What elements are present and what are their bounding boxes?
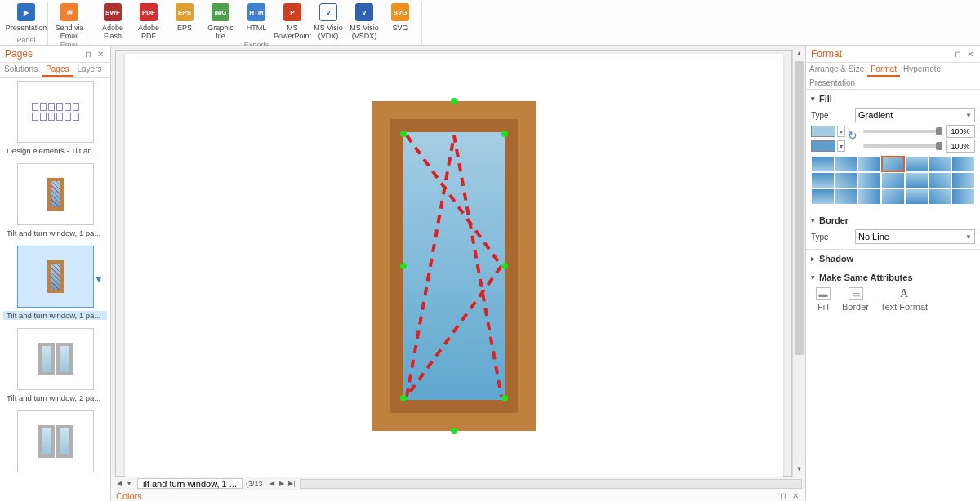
gradient-preset[interactable] [951,188,975,205]
pages-tab-pages[interactable]: Pages [42,63,73,77]
pages-tab-solutions[interactable]: Solutions [0,63,42,77]
opacity-value-2[interactable]: 100% [946,140,975,153]
pin-icon[interactable]: ⊓ [953,49,963,59]
selection-handle[interactable] [400,395,407,401]
swap-colors-icon[interactable]: ↻ [845,128,860,143]
same-attrs-header[interactable]: ▾Make Same Attributes [811,271,975,284]
canvas-page[interactable] [125,54,783,477]
tab-next-button[interactable]: ▶ [277,479,287,489]
format-tab-format[interactable]: Format [867,63,900,77]
gradient-preset[interactable] [905,156,929,172]
presentation-button[interactable]: ▶Presentation [8,2,44,33]
pages-tab-layers[interactable]: Layers [74,63,106,77]
tab-scroll-right-button[interactable]: ▶| [287,479,296,489]
tab-scroll-left-button[interactable]: ◀ [114,479,124,489]
gradient-preset[interactable] [881,172,905,188]
format-tab-presentation[interactable]: Presentation [806,77,858,89]
gradient-preset[interactable] [835,172,858,188]
gradient-preset[interactable] [858,172,881,188]
border-type-row: Type No Line▼ [811,229,975,244]
gradient-preset[interactable] [905,188,929,205]
pdf-button[interactable]: PDFAdobe PDF [131,2,167,41]
horizontal-scrollbar[interactable] [300,479,802,489]
scrollbar-thumb[interactable] [795,61,804,355]
selection-handle[interactable] [400,131,407,137]
gradient-preset[interactable] [881,156,905,172]
scroll-down-button[interactable]: ▼ [793,465,805,477]
slider-thumb[interactable] [936,142,942,150]
selection-handle[interactable] [451,98,457,104]
ppt-button[interactable]: PMS PowerPoint [274,2,310,41]
vsdx-button[interactable]: VMS Visio (VSDX) [346,2,382,41]
close-icon[interactable]: ✕ [791,491,800,501]
gradient-preset[interactable] [929,188,952,205]
vertical-scrollbar[interactable]: ▲ ▼ [792,50,805,477]
selection-handle[interactable] [400,263,407,269]
format-tab-arrange-size[interactable]: Arrange & Size [806,63,867,77]
eps-button[interactable]: EPSEPS [167,2,203,41]
window-shape[interactable] [372,101,536,431]
same-border-button[interactable]: ▭Border [842,287,869,312]
pin-icon[interactable]: ⊓ [83,49,93,59]
page-thumbnail[interactable]: Design elements - Tilt an... [3,81,107,155]
tab-menu-button[interactable]: ▾ [124,479,134,489]
selection-handle[interactable] [501,263,508,269]
fill-section-header[interactable]: ▾Fill [811,92,975,105]
graphic-button[interactable]: IMGGraphic file [203,2,238,41]
same-text-button[interactable]: AText Format [880,287,928,312]
thumbnail-menu-button[interactable]: ▼ [95,274,105,284]
gradient-preset[interactable] [811,172,835,188]
vdx-button[interactable]: VMS Visio (VDX) [310,2,346,41]
tab-prev-button[interactable]: ◀ [267,479,277,489]
format-panel-header: Format ⊓ ✕ [806,46,980,63]
svg-button[interactable]: SVGSVG [382,2,418,41]
gradient-preset[interactable] [905,172,929,188]
pin-icon[interactable]: ⊓ [778,491,788,501]
slider-thumb[interactable] [936,127,942,135]
graphic-icon: IMG [211,2,230,22]
gradient-preset[interactable] [811,156,835,172]
page-thumbnail[interactable]: ▼Tilt and turn window, 1 pa... [3,246,107,320]
gradient-preset[interactable] [951,156,975,172]
gradient-color-1[interactable] [811,126,835,137]
html-button[interactable]: HTMHTML [238,2,274,41]
gradient-color-2[interactable] [811,140,835,152]
page-thumbnail[interactable]: Tilt and turn window, 2 pa... [3,328,107,402]
flash-button[interactable]: SWFAdobe Flash [95,2,131,41]
border-section-header[interactable]: ▾Border [811,214,975,227]
gradient-preset[interactable] [951,172,975,188]
gradient-preset[interactable] [811,188,835,205]
gradient-preset[interactable] [858,156,881,172]
format-tab-hypernote[interactable]: Hypernote [900,63,944,77]
close-icon[interactable]: ✕ [965,49,975,59]
email-button[interactable]: ✉Send via Email [51,2,87,41]
selection-handle[interactable] [501,395,508,401]
same-fill-button[interactable]: ▬Fill [816,287,831,312]
selection-handle[interactable] [501,131,508,137]
selection-handle[interactable] [369,90,376,96]
fill-type-select[interactable]: Gradient▼ [855,108,975,122]
selection-handle[interactable] [451,428,457,434]
gradient-preset[interactable] [881,188,905,205]
gradient-preset[interactable] [835,188,858,205]
gradient-preset[interactable] [929,172,952,188]
fill-section: ▾Fill Type Gradient▼ ▼ ↻ 100% ▼ 100% [806,90,980,211]
page-thumbnail[interactable] [3,410,107,476]
opacity-slider-1[interactable] [863,130,942,133]
colors-panel-header[interactable]: Colors ⊓ ✕ [111,490,805,501]
opacity-value-1[interactable]: 100% [946,125,975,138]
color-dropdown-button[interactable]: ▼ [837,126,845,137]
scroll-up-button[interactable]: ▲ [793,50,805,61]
color-dropdown-button[interactable]: ▼ [837,140,845,152]
shadow-section-header[interactable]: ▸Shadow [811,252,975,265]
border-type-select[interactable]: No Line▼ [855,229,975,244]
page-thumbnail[interactable]: Tilt and turn window, 1 pa... [3,163,107,237]
document-tab[interactable]: ilt and turn window, 1 ... [137,478,243,489]
opacity-slider-2[interactable] [863,144,942,148]
canvas-viewport[interactable] [115,50,792,477]
gradient-preset[interactable] [858,188,881,205]
shadow-section: ▸Shadow [806,249,980,268]
close-icon[interactable]: ✕ [96,49,105,59]
gradient-preset[interactable] [835,156,858,172]
gradient-preset[interactable] [929,156,952,172]
